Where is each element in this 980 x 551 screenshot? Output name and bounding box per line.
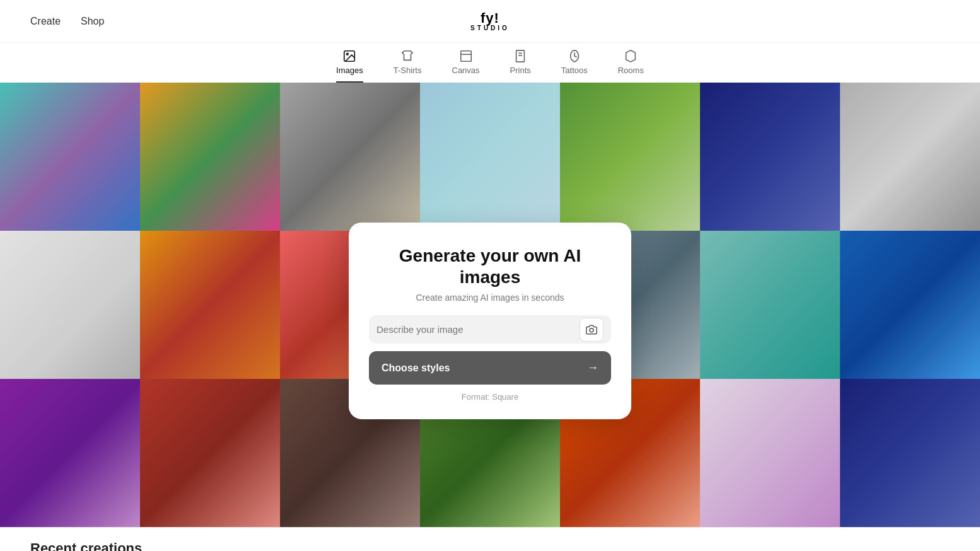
tattoos-icon — [568, 49, 581, 63]
generate-card: Generate your own AI images Create amazi… — [349, 223, 631, 419]
choose-styles-label: Choose styles — [382, 362, 450, 374]
tab-canvas-label: Canvas — [452, 66, 480, 75]
svg-rect-4 — [516, 50, 525, 62]
svg-point-1 — [347, 53, 349, 55]
hero-section: Generate your own AI images Create amazi… — [0, 83, 980, 528]
format-text: Format: Square — [369, 392, 611, 402]
tab-canvas[interactable]: Canvas — [452, 49, 480, 83]
tshirt-icon — [400, 49, 414, 63]
tab-images[interactable]: Images — [336, 49, 363, 83]
tab-images-label: Images — [336, 66, 363, 75]
nav-shop[interactable]: Shop — [81, 16, 104, 27]
tab-rooms[interactable]: Rooms — [618, 49, 644, 83]
logo[interactable]: fy! STUDIO — [470, 11, 510, 32]
header: Create Shop fy! STUDIO — [0, 0, 980, 43]
card-subtitle: Create amazing AI images in seconds — [369, 293, 611, 303]
tab-rooms-label: Rooms — [618, 66, 644, 75]
bottom-section: Recent creations — [0, 528, 980, 551]
image-icon — [342, 49, 356, 63]
canvas-icon — [459, 49, 473, 63]
tab-prints[interactable]: Prints — [510, 49, 531, 83]
svg-rect-2 — [460, 51, 471, 62]
tab-tattoos-label: Tattoos — [561, 66, 588, 75]
choose-styles-button[interactable]: Choose styles → — [369, 351, 611, 385]
tab-tshirts-label: T-Shirts — [394, 66, 422, 75]
image-input-row — [369, 315, 611, 344]
svg-point-7 — [590, 328, 593, 332]
tab-tattoos[interactable]: Tattoos — [561, 49, 588, 83]
logo-sub: STUDIO — [470, 25, 510, 32]
header-left-nav: Create Shop — [30, 16, 104, 27]
prints-icon — [513, 49, 527, 63]
tab-bar: Images T-Shirts Canvas Prints Tattoos Ro… — [0, 43, 980, 83]
camera-upload-button[interactable] — [580, 318, 604, 342]
camera-icon — [586, 324, 597, 335]
nav-create[interactable]: Create — [30, 16, 61, 27]
rooms-icon — [624, 49, 638, 63]
tab-prints-label: Prints — [510, 66, 531, 75]
arrow-icon: → — [587, 361, 598, 374]
card-title: Generate your own AI images — [369, 245, 611, 287]
tab-tshirts[interactable]: T-Shirts — [394, 49, 422, 83]
describe-image-input[interactable] — [369, 315, 580, 344]
bottom-hint-text: Recent creations — [30, 540, 142, 551]
logo-main: fy! — [481, 10, 499, 26]
